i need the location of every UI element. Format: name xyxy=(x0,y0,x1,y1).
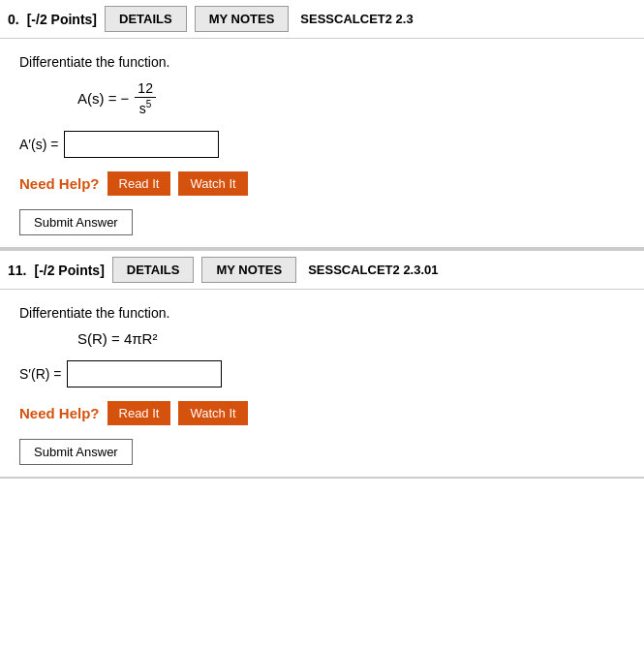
submit-button-10[interactable]: Submit Answer xyxy=(19,209,133,235)
read-it-button-10[interactable]: Read It xyxy=(107,171,171,196)
mynotes-button-10[interactable]: MY NOTES xyxy=(195,6,290,32)
problem-11-header: 11. [-/2 Points] DETAILS MY NOTES SESSCA… xyxy=(0,249,644,290)
fraction-den-10: s5 xyxy=(137,98,155,117)
problem-10-body: Differentiate the function. A(s) = − 12 … xyxy=(0,39,644,249)
problem-10-header: 0. [-/2 Points] DETAILS MY NOTES SESSCAL… xyxy=(0,0,644,39)
help-row-11: Need Help? Read It Watch It xyxy=(19,401,625,425)
fraction-num-10: 12 xyxy=(135,79,156,98)
session-label-10: SESSCALCET2 2.3 xyxy=(300,12,413,26)
formula-11: S(R) = 4πR² xyxy=(77,330,625,347)
help-row-10: Need Help? Read It Watch It xyxy=(19,171,625,196)
problem-11-points: [-/2 Points] xyxy=(34,263,104,278)
answer-label-11: S′(R) = xyxy=(19,366,61,382)
answer-input-11[interactable] xyxy=(67,360,222,388)
formula-text-11: S(R) = 4πR² xyxy=(77,330,157,347)
submit-row-11: Submit Answer xyxy=(19,439,625,465)
fraction-10: 12 s5 xyxy=(135,79,156,117)
problem-11-body: Differentiate the function. S(R) = 4πR² … xyxy=(0,290,644,479)
need-help-11: Need Help? xyxy=(19,405,100,421)
problem-11-number: 11. xyxy=(8,263,26,278)
answer-label-10: A′(s) = xyxy=(19,137,58,152)
instruction-10: Differentiate the function. xyxy=(19,54,625,70)
formula-10: A(s) = − 12 s5 xyxy=(77,79,625,117)
watch-it-button-11[interactable]: Watch It xyxy=(178,401,247,425)
need-help-10: Need Help? xyxy=(19,175,100,192)
mynotes-button-11[interactable]: MY NOTES xyxy=(201,257,296,283)
superscript-5: 5 xyxy=(146,99,152,109)
details-button-11[interactable]: DETAILS xyxy=(112,257,195,283)
session-label-11: SESSCALCET2 2.3.01 xyxy=(308,263,438,277)
answer-input-10[interactable] xyxy=(64,131,219,158)
problem-10-points: [-/2 Points] xyxy=(27,12,97,27)
problem-10-number: 0. xyxy=(8,12,19,27)
submit-row-10: Submit Answer xyxy=(19,209,625,235)
watch-it-button-10[interactable]: Watch It xyxy=(178,171,247,196)
submit-button-11[interactable]: Submit Answer xyxy=(19,439,133,465)
details-button-10[interactable]: DETAILS xyxy=(105,6,187,32)
answer-row-10: A′(s) = xyxy=(19,131,625,158)
instruction-11: Differentiate the function. xyxy=(19,305,625,321)
formula-left-10: A(s) = − xyxy=(77,90,129,107)
answer-row-11: S′(R) = xyxy=(19,360,625,388)
read-it-button-11[interactable]: Read It xyxy=(107,401,171,425)
